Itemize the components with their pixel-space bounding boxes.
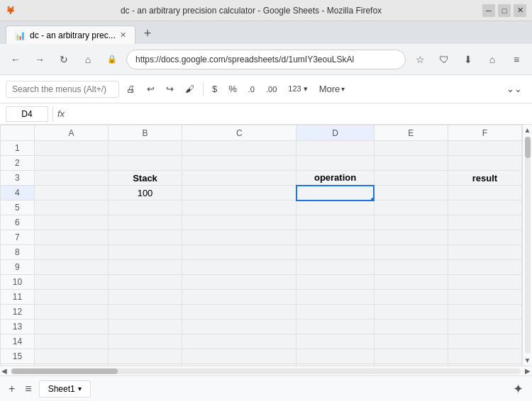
cell-B10[interactable] <box>108 275 182 290</box>
explore-button[interactable]: ✦ <box>510 380 526 398</box>
currency-button[interactable]: $ <box>208 81 221 97</box>
cell-A3[interactable] <box>34 171 108 186</box>
tab-close-icon[interactable]: ✕ <box>120 30 126 40</box>
sheet-list-button[interactable]: ≡ <box>22 381 34 397</box>
row-header-7[interactable]: 7 <box>1 230 35 245</box>
cell-C12[interactable] <box>182 305 297 320</box>
cell-C13[interactable] <box>182 320 297 334</box>
cell-C5[interactable] <box>182 200 297 215</box>
row-header-15[interactable]: 15 <box>1 349 35 364</box>
cell-D13[interactable] <box>297 320 374 334</box>
cell-E10[interactable] <box>374 275 448 290</box>
format-123-button[interactable]: 123 ▾ <box>284 81 311 96</box>
cell-F13[interactable] <box>448 320 521 334</box>
cell-B14[interactable] <box>108 334 182 349</box>
cell-B1[interactable] <box>108 141 182 156</box>
cell-E2[interactable] <box>374 156 448 171</box>
cell-C14[interactable] <box>182 334 297 349</box>
cell-F4[interactable] <box>448 186 521 200</box>
cell-C8[interactable] <box>182 245 297 260</box>
cell-A12[interactable] <box>34 305 108 320</box>
row-header-11[interactable]: 11 <box>1 290 35 305</box>
cell-C1[interactable] <box>182 141 297 156</box>
cell-E12[interactable] <box>374 305 448 320</box>
cell-E1[interactable] <box>374 141 448 156</box>
cell-A2[interactable] <box>34 156 108 171</box>
cell-A8[interactable] <box>34 245 108 260</box>
cell-E4[interactable] <box>374 186 448 200</box>
percent-button[interactable]: % <box>224 81 241 97</box>
vscroll-up-arrow[interactable]: ▲ <box>523 125 532 135</box>
cell-B7[interactable] <box>108 230 182 245</box>
cell-C6[interactable] <box>182 215 297 230</box>
cell-E5[interactable] <box>374 200 448 215</box>
cell-C2[interactable] <box>182 156 297 171</box>
cell-A1[interactable] <box>34 141 108 156</box>
cell-B3[interactable]: Stack <box>108 171 182 186</box>
cell-A4[interactable] <box>34 186 108 200</box>
row-header-1[interactable]: 1 <box>1 141 35 156</box>
cell-E15[interactable] <box>374 349 448 364</box>
row-header-5[interactable]: 5 <box>1 200 35 215</box>
col-header-a[interactable]: A <box>34 125 108 141</box>
cell-C15[interactable] <box>182 349 297 364</box>
cell-reference-box[interactable] <box>6 106 48 122</box>
print-button[interactable]: 🖨 <box>122 81 140 97</box>
cell-D2[interactable] <box>297 156 374 171</box>
home-toolbar-button[interactable]: ⌂ <box>482 50 502 69</box>
collapse-toolbar-button[interactable]: ⌄⌄ <box>502 81 526 97</box>
paint-format-button[interactable]: 🖌 <box>181 81 199 97</box>
vscroll-thumb[interactable] <box>525 137 531 158</box>
cell-D14[interactable] <box>297 334 374 349</box>
maximize-button[interactable]: □ <box>498 4 511 17</box>
cell-B5[interactable] <box>108 200 182 215</box>
cell-B15[interactable] <box>108 349 182 364</box>
cell-E14[interactable] <box>374 334 448 349</box>
cell-F15[interactable] <box>448 349 521 364</box>
forward-button[interactable]: → <box>30 50 50 69</box>
row-header-2[interactable]: 2 <box>1 156 35 171</box>
cell-D4[interactable] <box>297 186 374 200</box>
cell-F6[interactable] <box>448 215 521 230</box>
cell-E7[interactable] <box>374 230 448 245</box>
cell-A13[interactable] <box>34 320 108 334</box>
cell-A9[interactable] <box>34 260 108 275</box>
cell-F8[interactable] <box>448 245 521 260</box>
cell-F12[interactable] <box>448 305 521 320</box>
cell-F14[interactable] <box>448 334 521 349</box>
cell-F3[interactable]: result <box>448 171 521 186</box>
row-header-4[interactable]: 4 <box>1 186 35 200</box>
row-header-9[interactable]: 9 <box>1 260 35 275</box>
cell-D6[interactable] <box>297 215 374 230</box>
cell-C10[interactable] <box>182 275 297 290</box>
hscroll-right-arrow[interactable]: ▶ <box>523 366 532 376</box>
cell-A11[interactable] <box>34 290 108 305</box>
cell-F11[interactable] <box>448 290 521 305</box>
home-button[interactable]: ⌂ <box>78 50 98 69</box>
col-header-d[interactable]: D <box>297 125 374 141</box>
cell-F2[interactable] <box>448 156 521 171</box>
cell-F9[interactable] <box>448 260 521 275</box>
cell-E13[interactable] <box>374 320 448 334</box>
add-sheet-button[interactable]: + <box>6 381 18 397</box>
redo-button[interactable]: ↪ <box>162 81 178 97</box>
row-header-12[interactable]: 12 <box>1 305 35 320</box>
shield-button[interactable]: 🛡 <box>434 50 454 69</box>
new-tab-button[interactable]: + <box>138 23 157 44</box>
cell-F7[interactable] <box>448 230 521 245</box>
more-button[interactable]: More ▾ <box>315 81 350 97</box>
cell-D5[interactable] <box>297 200 374 215</box>
cell-C9[interactable] <box>182 260 297 275</box>
col-header-b[interactable]: B <box>108 125 182 141</box>
back-button[interactable]: ← <box>6 50 26 69</box>
hscroll-left-arrow[interactable]: ◀ <box>0 366 9 376</box>
minimize-button[interactable]: ─ <box>482 4 495 17</box>
menu-button[interactable]: ≡ <box>506 50 526 69</box>
cell-D8[interactable] <box>297 245 374 260</box>
decimal-inc-button[interactable]: .00 <box>262 82 281 96</box>
fill-handle[interactable] <box>371 198 374 200</box>
col-header-c[interactable]: C <box>182 125 297 141</box>
cell-D1[interactable] <box>297 141 374 156</box>
vscroll-down-arrow[interactable]: ▼ <box>523 355 532 366</box>
decimal-dec-button[interactable]: .0 <box>244 82 259 96</box>
